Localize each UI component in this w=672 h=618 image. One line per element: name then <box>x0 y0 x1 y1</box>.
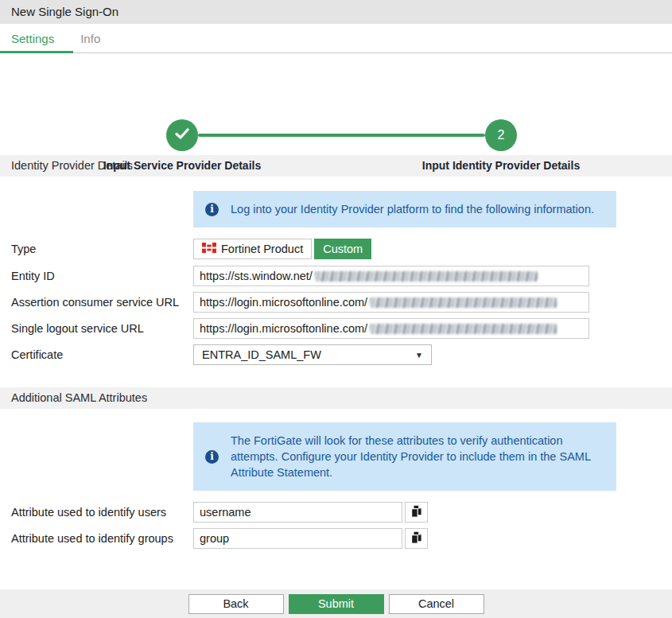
group-attribute-input[interactable] <box>193 528 402 549</box>
saml-info-text: The FortiGate will look for these attrib… <box>231 433 602 480</box>
footer-action-bar: Back Submit Cancel <box>0 589 672 618</box>
idp-info-message: i Log into your Identity Provider platfo… <box>193 191 616 227</box>
fortinet-logo-icon <box>202 243 216 255</box>
slo-url-row: Single logout service URL https://login.… <box>0 318 672 339</box>
submit-button[interactable]: Submit <box>289 594 384 614</box>
section-header-additional-saml-attributes: Additional SAML Attributes <box>0 387 672 409</box>
tab-settings[interactable]: Settings <box>11 32 54 45</box>
type-row: Type Fortinet Product Custom <box>0 239 672 259</box>
entity-id-input[interactable]: https://sts.window.net/ <box>193 266 589 286</box>
slo-url-label: Single logout service URL <box>11 322 193 335</box>
idp-info-text: Log into your Identity Provider platform… <box>231 201 594 217</box>
step-1-complete-indicator <box>166 119 198 151</box>
info-icon: i <box>205 203 219 216</box>
tab-info[interactable]: Info <box>80 32 100 45</box>
copy-icon <box>410 531 422 546</box>
step-2-current-indicator: 2 <box>485 119 517 151</box>
group-attribute-label: Attribute used to identify groups <box>11 532 193 545</box>
entity-id-redacted-text <box>315 271 538 282</box>
copy-user-attribute-button[interactable] <box>405 502 428 523</box>
info-icon: i <box>205 450 219 464</box>
fortinet-product-label: Fortinet Product <box>221 243 303 255</box>
slo-url-input[interactable]: https://login.microsoftonline.com/ <box>193 318 589 339</box>
copy-icon <box>410 505 422 520</box>
step-2-number: 2 <box>498 128 505 142</box>
custom-label: Custom <box>323 243 363 255</box>
group-attribute-row: Attribute used to identify groups <box>0 528 672 549</box>
user-attribute-label: Attribute used to identify users <box>11 506 193 519</box>
page-title: New Single Sign-On <box>11 5 118 18</box>
back-button[interactable]: Back <box>188 594 284 614</box>
certificate-row: Certificate ENTRA_ID_SAML_FW ▼ <box>0 344 672 365</box>
chevron-down-icon: ▼ <box>415 351 423 360</box>
acs-url-redacted-text <box>370 297 557 308</box>
check-icon <box>175 128 189 142</box>
acs-url-input[interactable]: https://login.microsoftonline.com/ <box>193 292 589 313</box>
window-title-bar: New Single Sign-On <box>0 0 672 24</box>
acs-url-row: Assertion consumer service URL https://l… <box>0 292 672 313</box>
acs-url-label: Assertion consumer service URL <box>11 296 193 309</box>
user-attribute-input[interactable] <box>193 502 402 523</box>
entity-id-value: https://sts.window.net/ <box>200 270 313 282</box>
fortinet-product-button[interactable]: Fortinet Product <box>193 239 312 259</box>
entity-id-label: Entity ID <box>11 270 193 282</box>
certificate-label: Certificate <box>11 348 193 361</box>
slo-url-redacted-text <box>370 324 557 334</box>
entity-id-row: Entity ID https://sts.window.net/ <box>0 266 672 286</box>
stepper-connector-line <box>198 134 485 137</box>
wizard-stepper: 2 Input Service Provider Details Input I… <box>0 53 672 155</box>
custom-button[interactable]: Custom <box>314 239 371 259</box>
step-1-label: Input Service Provider Details <box>103 159 261 172</box>
type-segmented-control: Fortinet Product Custom <box>193 239 371 259</box>
tab-bar: Settings Info <box>0 24 672 53</box>
acs-url-value: https://login.microsoftonline.com/ <box>200 296 367 309</box>
certificate-select[interactable]: ENTRA_ID_SAML_FW ▼ <box>193 344 432 365</box>
step-2-label: Input Identity Provider Details <box>422 159 580 172</box>
user-attribute-row: Attribute used to identify users <box>0 502 672 523</box>
certificate-selected-value: ENTRA_ID_SAML_FW <box>202 348 321 361</box>
copy-group-attribute-button[interactable] <box>405 528 428 549</box>
saml-info-message: i The FortiGate will look for these attr… <box>193 422 616 491</box>
cancel-button[interactable]: Cancel <box>389 594 484 614</box>
slo-url-value: https://login.microsoftonline.com/ <box>200 322 367 335</box>
type-label: Type <box>11 243 193 255</box>
